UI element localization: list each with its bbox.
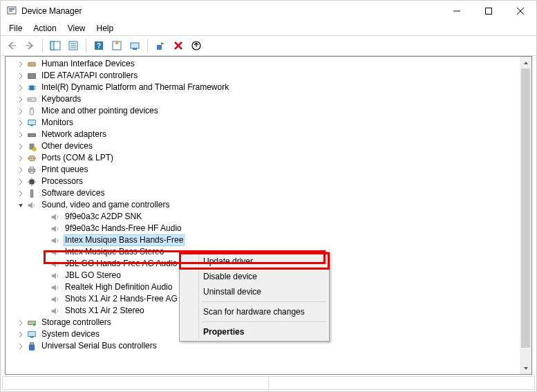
category-port[interactable]: Ports (COM & LPT) <box>6 152 520 164</box>
twisty-closed-icon[interactable] <box>15 141 26 152</box>
speaker-icon <box>50 212 61 223</box>
tree-item-label: Intex Musique Bass Stereo <box>64 246 165 258</box>
help-button[interactable]: ? <box>91 37 107 54</box>
category-usb[interactable]: Universal Serial Bus controllers <box>6 340 520 352</box>
twisty-none <box>39 306 50 317</box>
menu-file[interactable]: File <box>3 22 28 35</box>
toolbar-separator <box>42 39 43 53</box>
context-menu-item[interactable]: Scan for hardware changes <box>181 304 328 319</box>
software-icon <box>26 188 37 199</box>
scroll-track[interactable] <box>520 68 531 362</box>
twisty-closed-icon[interactable] <box>15 329 26 340</box>
mouse-icon <box>26 106 37 117</box>
tree-item-label: Storage controllers <box>40 317 113 328</box>
forward-button[interactable] <box>21 37 38 54</box>
show-hide-console-tree-button[interactable] <box>47 37 64 54</box>
svg-rect-58 <box>30 336 33 337</box>
scroll-thumb[interactable] <box>521 68 530 348</box>
uninstall-button[interactable] <box>170 37 187 54</box>
menu-help[interactable]: Help <box>91 22 120 35</box>
svg-rect-19 <box>157 45 162 50</box>
twisty-closed-icon[interactable] <box>15 176 26 187</box>
category-other[interactable]: !Other devices <box>6 140 520 152</box>
storage-icon <box>26 317 37 328</box>
twisty-closed-icon[interactable] <box>15 118 26 129</box>
svg-rect-35 <box>28 120 36 124</box>
chip-icon <box>26 82 37 93</box>
ide-icon <box>26 71 37 82</box>
context-menu-item[interactable]: Update driver <box>181 254 328 269</box>
twisty-closed-icon[interactable] <box>15 106 26 117</box>
tree-item-label: Universal Serial Bus controllers <box>40 340 158 352</box>
speaker-icon <box>50 259 61 270</box>
back-button[interactable] <box>3 37 20 54</box>
svg-rect-54 <box>30 189 33 197</box>
scroll-up-button[interactable] <box>520 57 531 68</box>
category-keyboard[interactable]: Keyboards <box>6 93 520 105</box>
twisty-closed-icon[interactable] <box>15 82 26 93</box>
twisty-none <box>39 247 50 258</box>
svg-point-44 <box>31 158 32 158</box>
tree-item-label: JBL GO Stereo <box>64 270 122 281</box>
twisty-closed-icon[interactable] <box>15 129 26 140</box>
device-item[interactable]: Intex Musique Bass Hands-Free <box>6 234 520 246</box>
category-mouse[interactable]: Mice and other pointing devices <box>6 105 520 117</box>
menu-bar: File Action View Help <box>1 21 536 35</box>
twisty-none <box>39 259 50 270</box>
menu-action[interactable]: Action <box>28 22 62 35</box>
monitor-icon <box>26 118 37 129</box>
category-chip[interactable]: Intel(R) Dynamic Platform and Thermal Fr… <box>6 82 520 93</box>
tree-item-label: Realtek High Definition Audio <box>64 281 173 293</box>
category-ide[interactable]: IDE ATA/ATAPI controllers <box>6 70 520 82</box>
scan-button[interactable] <box>126 37 143 54</box>
tree-item-label: Shots X1 Air 2 Stereo <box>64 305 146 317</box>
update-driver-button[interactable] <box>188 37 205 54</box>
usb-icon <box>26 341 37 352</box>
svg-text:?: ? <box>97 42 101 50</box>
twisty-closed-icon[interactable] <box>15 188 26 199</box>
category-hid[interactable]: Human Interface Devices <box>6 58 520 70</box>
close-button[interactable] <box>505 1 536 21</box>
context-menu-separator <box>202 301 326 302</box>
svg-point-56 <box>33 323 36 326</box>
twisty-closed-icon[interactable] <box>15 71 26 82</box>
title-bar: Device Manager <box>1 1 536 21</box>
twisty-closed-icon[interactable] <box>15 317 26 328</box>
svg-rect-36 <box>30 124 33 126</box>
tree-item-label: Keyboards <box>40 93 82 105</box>
context-menu-item[interactable]: Properties <box>181 324 328 339</box>
category-cpu[interactable]: Processors <box>6 176 520 187</box>
category-monitor[interactable]: Monitors <box>6 117 520 129</box>
scroll-down-button[interactable] <box>520 362 531 374</box>
twisty-open-icon[interactable] <box>15 200 26 211</box>
twisty-closed-icon[interactable] <box>15 341 26 352</box>
tree-item-label: Ports (COM & LPT) <box>40 152 115 164</box>
svg-point-45 <box>33 158 34 158</box>
tree-item-label: IDE ATA/ATAPI controllers <box>40 70 139 82</box>
context-menu-item[interactable]: Disable device <box>181 269 328 284</box>
action-button[interactable] <box>109 37 125 54</box>
svg-rect-16 <box>115 41 118 44</box>
svg-point-38 <box>30 134 31 136</box>
vertical-scrollbar[interactable] <box>520 57 531 374</box>
properties-button[interactable] <box>65 37 82 54</box>
device-item[interactable]: 9f9e0a3c A2DP SNK <box>6 211 520 223</box>
twisty-none <box>39 235 50 246</box>
twisty-closed-icon[interactable] <box>15 153 26 164</box>
twisty-closed-icon[interactable] <box>15 59 26 70</box>
category-sound[interactable]: Sound, video and game controllers <box>6 199 520 211</box>
enable-button[interactable] <box>152 37 169 54</box>
context-menu-item[interactable]: Uninstall device <box>181 284 328 299</box>
svg-rect-49 <box>30 179 35 184</box>
category-printer[interactable]: Print queues <box>6 164 520 176</box>
twisty-closed-icon[interactable] <box>15 165 26 176</box>
device-item[interactable]: 9f9e0a3c Hands-Free HF Audio <box>6 223 520 234</box>
category-software[interactable]: Software devices <box>6 187 520 199</box>
menu-view[interactable]: View <box>62 22 91 35</box>
twisty-closed-icon[interactable] <box>15 94 26 105</box>
minimize-button[interactable] <box>441 1 473 21</box>
svg-rect-21 <box>28 62 36 66</box>
category-network[interactable]: Network adapters <box>6 129 520 140</box>
maximize-button[interactable] <box>473 1 505 21</box>
cpu-icon <box>26 176 37 187</box>
